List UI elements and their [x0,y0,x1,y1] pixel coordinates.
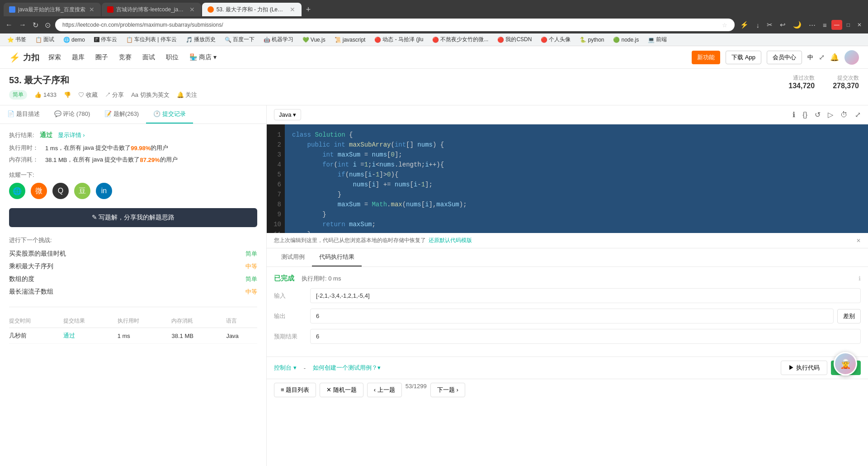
qq-share-button[interactable]: Q [52,183,69,199]
close-restore-icon[interactable]: ✕ [856,238,861,244]
download-app-button[interactable]: 下载 App [726,51,761,64]
challenge-item-2[interactable]: 数组的度 简单 [9,275,257,283]
bookmark-csdn[interactable]: 🔴 我的CSDN [494,35,535,44]
result-info-icon[interactable]: ℹ [859,275,861,282]
bookmark-python[interactable]: 🐍 python [576,36,608,44]
home-button[interactable]: ⊙ [43,19,52,31]
bookmark-dynamic[interactable]: 🔴 动态 - 马拾泽 (jlu [371,35,427,44]
expand-icon[interactable]: ⤢ [819,53,825,62]
new-feature-button[interactable]: 新功能 [692,51,720,64]
cell-result[interactable]: 通过 [63,328,118,344]
floating-avatar[interactable]: 🧝 [834,352,857,376]
user-avatar[interactable] [844,50,859,65]
format-icon[interactable]: {} [802,111,807,119]
diff-button[interactable]: 差别 [837,309,861,323]
darkmode-button[interactable]: 🌙 [790,19,804,31]
scissors-button[interactable]: ✂ [764,19,775,31]
language-dropdown[interactable]: Java ▾ [274,109,301,120]
forward-button[interactable]: → [17,19,28,31]
maximize-button[interactable]: □ [844,20,853,30]
bookmark-avatar[interactable]: 🔴 个人头像 [537,35,574,44]
notification-icon[interactable]: 🔔 [830,53,839,62]
membership-button[interactable]: 会员中心 [767,51,802,64]
bookmark-demo[interactable]: 🌐 demo [60,36,89,44]
run-code-button[interactable]: ▶ 执行代码 [781,361,827,375]
address-bar[interactable]: https://leetcode-cn.com/problems/maximum… [55,19,735,31]
prev-problem-button[interactable]: ‹ 上一题 [367,383,402,397]
tab-3-close[interactable]: ✕ [289,6,296,13]
restore-icon[interactable]: ↺ [815,110,821,119]
code-editor[interactable]: 1 2 3 4 5 6 7 8 9 10 11 12 class S [267,124,868,233]
language-selector[interactable]: 中 [807,53,813,62]
test-case-tab[interactable]: 测试用例 [274,248,312,266]
bookmark-history[interactable]: 🎵 播放历史 [182,35,219,44]
code-lines[interactable]: class Solution { public int maxSubArray(… [285,124,868,233]
nav-problems[interactable]: 题库 [72,53,85,62]
nav-shop[interactable]: 🏪 商店 ▾ [189,53,217,62]
restore-link[interactable]: 还原默认代码模版 [429,237,472,244]
translate-action[interactable]: Aa 切换为英文 [131,91,170,99]
bookmark-vue[interactable]: 💚 Vue.js [299,36,329,44]
bookmark-girl[interactable]: 🔴 不熬夜少女竹的微... [429,35,492,44]
back-button[interactable]: ← [4,19,14,31]
tab-3[interactable]: 53. 最大子序和 - 力扣 (LeetCode) ✕ [202,3,302,16]
tab-2[interactable]: 宫城诗的博客-leetcode_java.java基... ✕ [102,3,201,16]
console-help-link[interactable]: 如何创建一个测试用例？▾ [313,364,381,372]
collect-action[interactable]: ♡ 收藏 [78,91,98,99]
bookmark-nodejs[interactable]: 🟢 node.js [609,36,642,44]
bookmark-ml[interactable]: 🤖 机器学习 [260,35,297,44]
timer-icon[interactable]: ⏱ [840,111,848,119]
fullscreen-icon[interactable]: ⤢ [855,110,861,119]
menu-button[interactable]: ≡ [820,19,830,31]
tab-1-close[interactable]: ✕ [88,6,95,13]
nav-job[interactable]: 职位 [166,53,179,62]
nav-interview[interactable]: 面试 [142,53,155,62]
tab-1[interactable]: java最开始的注释_百度搜索 ✕ [4,3,101,16]
bookmark-js[interactable]: 📜 javascript [331,36,369,44]
nav-explore[interactable]: 探索 [48,53,61,62]
challenge-item-3[interactable]: 最长湍流子数组 中等 [9,288,257,296]
challenge-item-1[interactable]: 乘积最大子序列 中等 [9,262,257,271]
douban-share-button[interactable]: 豆 [74,183,90,199]
tab-solutions[interactable]: 📝 题解(263) [97,105,146,124]
info-icon[interactable]: ℹ [793,110,795,119]
code-result-tab[interactable]: 代码执行结果 [312,248,362,266]
wechat-share-button[interactable]: 🌐 [9,183,25,199]
reload-button[interactable]: ↻ [31,19,40,31]
bookmark-parkinglot[interactable]: 📋 车位列表 | 停车云 [123,35,180,44]
lc-logo[interactable]: ⚡ 力扣 [9,52,39,63]
share-action[interactable]: ↗ 分享 [105,91,124,99]
weibo-share-button[interactable]: 微 [31,183,47,199]
likes-action[interactable]: 👍 1433 [34,91,57,98]
profile-button[interactable]: ↓ [753,19,762,31]
bookmark-star[interactable]: ⭐ 书签 [4,35,30,44]
undo-button[interactable]: ↩ [777,19,788,31]
minimize-button[interactable]: — [831,20,842,30]
tab-comments[interactable]: 💬 评论 (780) [47,105,98,124]
bookmark-frontend[interactable]: 💻 前端 [644,35,670,44]
tab-description[interactable]: 📄 题目描述 [0,105,47,124]
random-problem-button[interactable]: ✕ 随机一题 [320,383,363,397]
challenge-item-0[interactable]: 买卖股票的最佳时机 简单 [9,250,257,258]
console-link[interactable]: 控制台 ▾ [274,364,297,372]
show-detail-link[interactable]: 显示详情 › [58,131,85,139]
run-icon[interactable]: ▷ [828,110,833,119]
dislikes-action[interactable]: 👎 [64,91,71,98]
bookmark-baidu[interactable]: 🔍 百度一下 [221,35,258,44]
extensions-button[interactable]: ⚡ [737,19,751,31]
nav-contest[interactable]: 竞赛 [119,53,132,62]
bookmark-parking[interactable]: 🅿 停车云 [90,35,121,44]
problem-list-button[interactable]: ≡ 题目列表 [274,383,316,397]
next-problem-button[interactable]: 下一题 › [430,383,465,397]
linkedin-share-button[interactable]: in [96,183,112,199]
follow-action[interactable]: 🔔 关注 [177,91,198,99]
tab-submissions[interactable]: 🕐 提交记录 [146,105,193,124]
close-button[interactable]: ✕ [854,20,864,30]
write-solution-button[interactable]: ✎ 写题解，分享我的解题思路 [9,208,257,227]
more-button[interactable]: ⋯ [806,19,818,31]
bookmark-star-icon[interactable]: ☆ [722,22,727,29]
tab-2-close[interactable]: ✕ [189,6,196,13]
new-tab-button[interactable]: + [302,3,315,16]
bookmark-interview[interactable]: 📋 面试 [32,35,58,44]
nav-circle[interactable]: 圈子 [95,53,108,62]
